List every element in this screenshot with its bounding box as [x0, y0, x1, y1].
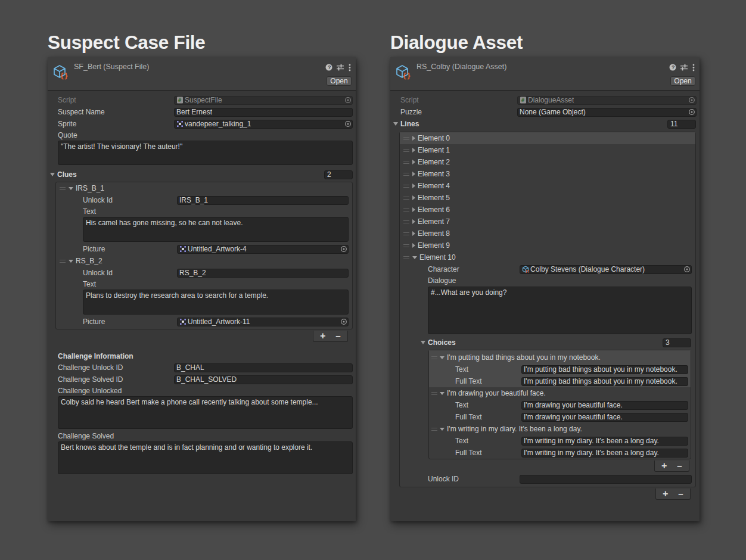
help-icon[interactable] — [669, 64, 676, 71]
choice-header[interactable]: I'm writing in my diary. It's been a lon… — [429, 423, 691, 435]
line-element-row[interactable]: Element 9 — [400, 239, 695, 251]
clue-text-textarea[interactable]: His camel has gone missing, so he can no… — [83, 217, 349, 242]
open-button[interactable]: Open — [670, 76, 695, 86]
drag-handle-icon[interactable] — [403, 232, 409, 235]
challenge-unlocked-textarea[interactable]: Colby said he heard Bert make a phone ca… — [58, 396, 353, 429]
drag-handle-icon[interactable] — [60, 260, 66, 263]
line-element-row[interactable]: Element 5 — [400, 192, 695, 204]
sprite-label: Sprite — [58, 120, 174, 128]
choice-text-field[interactable]: I'm writing in my diary. It's been a lon… — [521, 437, 688, 446]
drag-handle-icon[interactable] — [403, 209, 409, 211]
choice-fulltext-field[interactable]: I'm putting bad things about you in my n… — [521, 377, 688, 386]
help-icon[interactable] — [325, 64, 332, 71]
object-picker-icon[interactable] — [339, 245, 347, 253]
choice-header[interactable]: I'm drawing your beautiful face. — [429, 387, 691, 399]
object-picker-icon[interactable] — [343, 120, 352, 127]
add-element-button[interactable]: + — [663, 490, 668, 499]
foldout-open-icon — [421, 341, 425, 344]
object-picker-icon[interactable] — [687, 108, 695, 116]
drag-handle-icon[interactable] — [403, 197, 409, 200]
kebab-menu-icon[interactable] — [692, 64, 695, 71]
object-picker-icon[interactable] — [343, 97, 352, 104]
element-label: Element 6 — [418, 206, 450, 214]
inspector-body: Script SuspectFile Suspect Name Bert Ern… — [48, 91, 356, 474]
picture-field[interactable]: Untitled_Artwork-11 — [177, 318, 349, 326]
object-picker-icon[interactable] — [687, 97, 695, 104]
drag-handle-icon[interactable] — [403, 173, 409, 176]
clue-text-textarea[interactable]: Plans to destroy the research area to se… — [83, 290, 349, 315]
drag-handle-icon[interactable] — [403, 220, 409, 223]
dialogue-textarea[interactable]: #...What are you doing? — [428, 287, 692, 334]
choice-fulltext-field[interactable]: I'm drawing your beautiful face. — [521, 413, 688, 422]
full-text-label: Full Text — [455, 449, 521, 457]
remove-element-button[interactable]: − — [678, 490, 683, 499]
text-label: Text — [455, 365, 521, 374]
choice-text-field[interactable]: I'm drawing your beautiful face. — [521, 401, 688, 410]
challenge-unlock-id-label: Challenge Unlock ID — [58, 363, 174, 372]
clue-element-header[interactable]: IRS_B_1 — [56, 182, 352, 194]
foldout-open-icon — [393, 122, 398, 126]
challenge-solved-id-field[interactable]: B_CHAL_SOLVED — [174, 375, 353, 384]
object-picker-icon[interactable] — [339, 318, 347, 325]
sprite-row: Sprite vandepeer_talking_1 — [48, 118, 356, 130]
line-element-row[interactable]: Element 0 — [400, 132, 695, 144]
line-element-row-expanded[interactable]: Element 10 — [400, 251, 695, 263]
line-element-row[interactable]: Element 4 — [400, 180, 695, 192]
remove-element-button[interactable]: − — [335, 332, 340, 341]
lines-foldout-row[interactable]: Lines 11 — [390, 118, 700, 130]
choice-element: I'm putting bad things about you in my n… — [429, 350, 691, 387]
unlock-id-field[interactable]: IRS_B_1 — [177, 196, 349, 205]
drag-handle-icon[interactable] — [431, 428, 437, 431]
unlock-id-field[interactable]: RS_B_2 — [177, 269, 349, 278]
unlock-id-field[interactable] — [520, 475, 692, 484]
choice-fulltext-field[interactable]: I'm writing in my diary. It's been a lon… — [521, 449, 688, 458]
drag-handle-icon[interactable] — [431, 356, 437, 359]
drag-handle-icon[interactable] — [403, 137, 409, 140]
clues-size-field[interactable]: 2 — [324, 170, 353, 179]
script-row: Script DialogueAsset — [390, 94, 700, 106]
object-picker-icon[interactable] — [682, 266, 691, 273]
line-element-row[interactable]: Element 7 — [400, 216, 695, 228]
drag-handle-icon[interactable] — [403, 256, 409, 259]
drag-handle-icon[interactable] — [403, 149, 409, 152]
drag-handle-icon[interactable] — [60, 187, 66, 190]
character-field[interactable]: Colby Stevens (Dialogue Character) — [520, 265, 692, 274]
script-field[interactable]: DialogueAsset — [517, 96, 697, 105]
drag-handle-icon[interactable] — [403, 244, 409, 247]
line-element-row[interactable]: Element 6 — [400, 204, 695, 216]
choice-text-field[interactable]: I'm putting bad things about you in my n… — [521, 365, 688, 374]
line-element-row[interactable]: Element 2 — [400, 156, 695, 168]
picture-field[interactable]: Untitled_Artwork-4 — [177, 245, 349, 254]
clues-foldout-row[interactable]: Clues 2 — [48, 169, 356, 181]
clues-list: IRS_B_1 Unlock Id IRS_B_1 Text His camel… — [55, 182, 353, 329]
drag-handle-icon[interactable] — [403, 185, 409, 188]
character-row: Character Colby Stevens (Dialogue Charac… — [400, 263, 695, 275]
line-element-row[interactable]: Element 1 — [400, 144, 695, 156]
choices-size-field[interactable]: 3 — [663, 338, 691, 347]
drag-handle-icon[interactable] — [431, 392, 437, 395]
challenge-solved-textarea[interactable]: Bert knows about the temple and is in fa… — [58, 441, 353, 474]
suspect-name-field[interactable]: Bert Ernest — [174, 108, 353, 117]
line-element-row[interactable]: Element 8 — [400, 228, 695, 239]
script-field[interactable]: SuspectFile — [174, 96, 353, 105]
presets-icon[interactable] — [680, 64, 688, 71]
open-button[interactable]: Open — [327, 76, 352, 86]
lines-size-field[interactable]: 11 — [667, 120, 696, 129]
remove-element-button[interactable]: − — [677, 462, 682, 471]
text-label: Text — [455, 437, 521, 445]
foldout-closed-icon — [412, 231, 415, 236]
quote-textarea[interactable]: "The artist! The visionary! The auteur!" — [58, 141, 353, 165]
sprite-field[interactable]: vandepeer_talking_1 — [174, 120, 353, 129]
line-element-row[interactable]: Element 3 — [400, 168, 695, 180]
clue-element-header[interactable]: RS_B_2 — [56, 255, 352, 267]
kebab-menu-icon[interactable] — [348, 64, 352, 71]
add-element-button[interactable]: + — [661, 462, 667, 471]
puzzle-field[interactable]: None (Game Object) — [517, 108, 697, 117]
drag-handle-icon[interactable] — [403, 161, 409, 164]
challenge-unlock-id-field[interactable]: B_CHAL — [174, 363, 353, 372]
add-element-button[interactable]: + — [320, 332, 325, 341]
foldout-open-icon — [440, 356, 445, 359]
choice-header[interactable]: I'm putting bad things about you in my n… — [429, 351, 691, 363]
choices-foldout-row[interactable]: Choices 3 — [400, 337, 695, 349]
presets-icon[interactable] — [337, 64, 344, 71]
